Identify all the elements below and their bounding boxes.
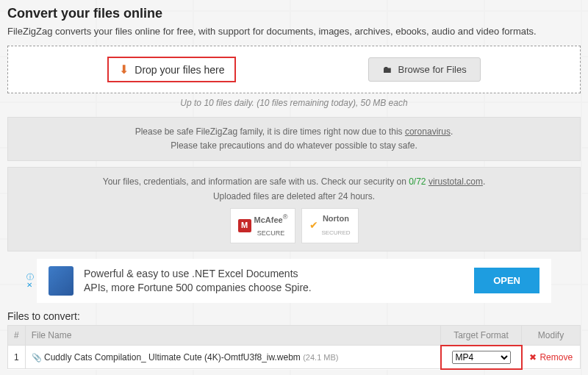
col-target: Target Format — [441, 325, 522, 346]
drop-label: Drop your files here — [135, 64, 224, 76]
row-filename: 📎 Cuddly Cats Compilation_ Ultimate Cute… — [25, 346, 440, 369]
coronavirus-link[interactable]: coronavirus — [405, 126, 451, 137]
remove-icon: ✖ — [529, 352, 537, 362]
virustotal-link[interactable]: virustotal.com — [429, 176, 483, 187]
col-modify: Modify — [522, 325, 581, 346]
page-subtitle: FileZigZag converts your files online fo… — [7, 26, 581, 37]
security-score: 0/72 — [409, 176, 426, 187]
target-format-cell: MP4 — [441, 346, 522, 369]
upload-limits: Up to 10 files daily. (10 files remainin… — [7, 98, 581, 108]
files-section-title: Files to convert: — [7, 310, 581, 322]
ad-line2: APIs, more Fortune 500 companies choose … — [84, 281, 464, 294]
mcafee-badge: M McAfee®SECURE — [230, 208, 296, 243]
file-size: (24.1 MB) — [303, 353, 338, 362]
col-num: # — [8, 325, 26, 346]
checkmark-icon: ✔ — [309, 217, 318, 233]
paperclip-icon: 📎 — [32, 353, 42, 362]
table-row: 1 📎 Cuddly Cats Compilation_ Ultimate Cu… — [8, 346, 581, 369]
col-filename: File Name — [25, 325, 440, 346]
notice-text: Please be safe FileZigZag family, it is … — [135, 126, 405, 137]
ad-info-icon[interactable]: ⓘ✕ — [26, 273, 34, 289]
ad-open-button[interactable]: OPEN — [474, 268, 539, 293]
advertisement: ⓘ✕ Powerful & easy to use .NET Excel Doc… — [37, 259, 551, 303]
download-icon: ⬇ — [119, 63, 129, 76]
folder-icon: 🖿 — [382, 64, 392, 75]
safety-notice: Please be safe FileZigZag family, it is … — [7, 117, 581, 161]
dropzone[interactable]: ⬇ Drop your files here 🖿 Browse for File… — [7, 46, 581, 93]
norton-badge: ✔ NortonSECURED — [301, 208, 358, 243]
security-text: Your files, credentials, and information… — [103, 176, 409, 187]
ad-product-icon — [49, 266, 74, 296]
remove-button[interactable]: ✖ Remove — [529, 352, 573, 362]
notice-line2: Please take precautions and do whatever … — [18, 139, 570, 153]
security-notice: Your files, credentials, and information… — [7, 167, 581, 251]
retention-text: Uploaded files are deleted after 24 hour… — [18, 190, 570, 204]
target-format-select[interactable]: MP4 — [452, 351, 511, 364]
drop-files-area[interactable]: ⬇ Drop your files here — [107, 57, 236, 82]
browse-label: Browse for Files — [398, 64, 466, 75]
mcafee-icon: M — [238, 219, 251, 232]
ad-line1: Powerful & easy to use .NET Excel Docume… — [84, 267, 464, 280]
row-num: 1 — [8, 346, 26, 369]
browse-button[interactable]: 🖿 Browse for Files — [368, 57, 480, 82]
files-table: # File Name Target Format Modify 1 📎 Cud… — [7, 325, 581, 370]
page-title: Convert your files online — [7, 6, 581, 21]
